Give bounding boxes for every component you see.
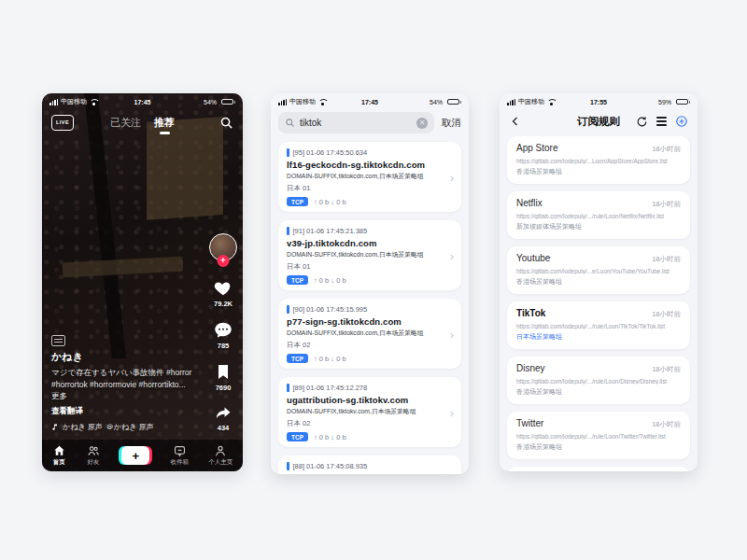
- bookmark-button[interactable]: 7690: [214, 362, 233, 392]
- log-entry[interactable]: [88] 01-06 17:45:08.935 mon15-normal-use…: [278, 455, 461, 474]
- tab-following[interactable]: 已关注: [110, 116, 141, 130]
- tab-home[interactable]: 首页: [52, 444, 66, 467]
- rules-list: App Store18小时前 https://gitlab.com/lodepu…: [507, 136, 690, 471]
- rule-name: Youtube: [516, 253, 550, 263]
- tab-inbox-label: 收件箱: [171, 458, 190, 467]
- status-time: 17:45: [42, 99, 243, 105]
- rule-updated: 18小时前: [652, 420, 681, 429]
- inbox-icon: [173, 444, 187, 457]
- entry-traffic: ↑ 0 b ↓ 0 b: [314, 276, 346, 285]
- bottom-tab-bar: 首页 好友 + 收件箱 个人主页: [42, 440, 243, 471]
- entry-traffic: ↑ 0 b ↓ 0 b: [314, 355, 346, 363]
- nav-bar: 订阅规则: [500, 110, 698, 133]
- protocol-badge: TCP: [287, 275, 308, 285]
- caption-block: かねき マジで存在するヤバい事故物件 #horror #horrortok #h…: [51, 335, 194, 432]
- share-icon: [213, 404, 233, 422]
- search-input[interactable]: tiktok ✕: [278, 112, 434, 133]
- add-circle-icon[interactable]: [675, 115, 688, 128]
- entry-accent-bar: [287, 148, 289, 157]
- tab-inbox[interactable]: 收件箱: [171, 444, 190, 467]
- rule-item-netflix[interactable]: Netflix18小时前 https://gitlab.com/lodepuly…: [507, 191, 690, 239]
- entry-accent-bar: [287, 462, 289, 470]
- entry-meta: [88] 01-06 17:45:08.935: [293, 462, 368, 470]
- protocol-badge: TCP: [287, 354, 308, 363]
- tab-profile[interactable]: 个人主页: [208, 444, 233, 467]
- tab-friends[interactable]: 好友: [86, 444, 101, 467]
- chevron-right-icon[interactable]: ›: [450, 327, 454, 341]
- entry-domain: p77-sign-sg.tiktokcdn.com: [287, 316, 453, 327]
- rule-item-appstore[interactable]: App Store18小时前 https://gitlab.com/lodepu…: [507, 136, 690, 184]
- rule-item-spotify[interactable]: Spotify18小时前 https://gitlab.com/lodepuly…: [507, 467, 690, 471]
- entry-meta: [95] 01-06 17:45:50.634: [293, 148, 368, 157]
- rule-url: https://gitlab.com/lodepuly/...Loon/AppS…: [516, 158, 681, 164]
- rule-url: https://gitlab.com/lodepuly/.../rule/Loo…: [516, 378, 681, 385]
- entry-accent-bar: [287, 305, 289, 314]
- rule-name: App Store: [516, 143, 557, 153]
- rule-policy-tag: 日本场景策略组: [516, 332, 681, 342]
- creator-avatar[interactable]: +: [209, 233, 237, 261]
- refresh-icon[interactable]: [636, 116, 648, 128]
- entry-node: 日本 02: [287, 341, 453, 350]
- share-button[interactable]: 434: [213, 404, 233, 432]
- music-row[interactable]: かねき 原声 ＠かねき 原声: [51, 422, 194, 432]
- tab-profile-label: 个人主页: [208, 458, 233, 467]
- log-entry[interactable]: [91] 01-06 17:45:21.385 v39-jp.tiktokcdn…: [278, 220, 461, 290]
- entry-node: 日本 01: [287, 184, 453, 193]
- entry-meta: [90] 01-06 17:45:15.995: [293, 305, 368, 314]
- rule-item-youtube[interactable]: Youtube18小时前 https://gitlab.com/lodepuly…: [507, 246, 690, 294]
- rule-policy-tag: 香港场景策略组: [516, 277, 681, 287]
- chevron-right-icon[interactable]: ›: [450, 170, 454, 184]
- rule-policy-tag: 香港场景策略组: [516, 387, 681, 397]
- chevron-right-icon[interactable]: ›: [450, 248, 454, 262]
- friends-icon: [86, 444, 101, 457]
- rule-item-disney[interactable]: Disney18小时前 https://gitlab.com/lodepuly/…: [507, 357, 690, 404]
- tab-for-you[interactable]: 推荐: [154, 116, 175, 130]
- status-time: 17:45: [271, 99, 469, 105]
- rule-updated: 18小时前: [652, 145, 681, 154]
- cancel-button[interactable]: 取消: [442, 117, 461, 130]
- search-row: tiktok ✕ 取消: [278, 112, 461, 133]
- rule-name: Netflix: [516, 198, 543, 208]
- music-title: かねき 原声: [63, 422, 103, 432]
- rule-policy-tag: 香港场景策略组: [516, 442, 681, 452]
- view-translation-button[interactable]: 查看翻译: [51, 406, 194, 417]
- search-icon[interactable]: [219, 116, 233, 130]
- rule-name: Twitter: [516, 418, 543, 428]
- follow-plus-icon[interactable]: +: [218, 255, 230, 267]
- entry-meta: [89] 01-06 17:45:12.278: [293, 384, 368, 392]
- status-time: 17:55: [500, 99, 698, 105]
- rule-updated: 18小时前: [652, 310, 681, 319]
- search-value: tiktok: [300, 118, 412, 128]
- rule-policy-tag: 香港场景策略组: [516, 167, 681, 176]
- action-rail: + 79.2K 785 7690 434: [209, 233, 237, 432]
- tiktok-feed-screen: 中国移动 17:45 54% LIVE 已关注 推荐 + 79.2K: [42, 93, 243, 471]
- log-entry[interactable]: [95] 01-06 17:45:50.634 lf16-geckocdn-sg…: [278, 142, 461, 212]
- protocol-badge: TCP: [287, 432, 308, 441]
- log-entry[interactable]: [90] 01-06 17:45:15.995 p77-sign-sg.tikt…: [278, 299, 461, 369]
- status-bar: 中国移动 17:55 59%: [500, 97, 698, 106]
- create-button[interactable]: +: [120, 446, 150, 465]
- tab-home-label: 首页: [53, 458, 65, 467]
- rule-updated: 18小时前: [652, 255, 681, 264]
- list-menu-icon[interactable]: [656, 117, 667, 125]
- entry-accent-bar: [287, 384, 289, 392]
- creator-username[interactable]: かねき: [51, 350, 194, 364]
- subtitle-icon: [51, 335, 65, 346]
- log-entry[interactable]: [89] 01-06 17:45:12.278 ugattribution-sg…: [278, 377, 461, 447]
- rule-updated: 18小时前: [652, 365, 681, 374]
- rule-item-twitter[interactable]: Twitter18小时前 https://gitlab.com/lodepuly…: [507, 412, 690, 459]
- comment-icon: [213, 320, 233, 340]
- comment-button[interactable]: 785: [213, 320, 233, 350]
- entry-node: 日本 02: [287, 419, 453, 428]
- rule-item-tiktok[interactable]: TikTok18小时前 https://gitlab.com/lodepuly/…: [507, 301, 690, 349]
- caption-line-2[interactable]: #horrortok #horrormovie #horrortikto... …: [51, 379, 194, 403]
- log-list: [95] 01-06 17:45:50.634 lf16-geckocdn-sg…: [278, 142, 461, 474]
- comment-count: 785: [218, 342, 230, 350]
- chevron-right-icon[interactable]: ›: [450, 405, 454, 419]
- rule-url: https://gitlab.com/lodepuly/.../rule/Loo…: [516, 433, 681, 440]
- entry-rule: DOMAIN-SUFFIX,tiktokcdn.com,日本场景策略组: [287, 250, 453, 259]
- entry-domain: v39-jp.tiktokcdn.com: [287, 238, 453, 248]
- like-button[interactable]: 79.2K: [212, 277, 234, 308]
- clear-search-icon[interactable]: ✕: [416, 118, 428, 129]
- rule-policy-tag: 新加坡媒体场景策略组: [516, 222, 681, 231]
